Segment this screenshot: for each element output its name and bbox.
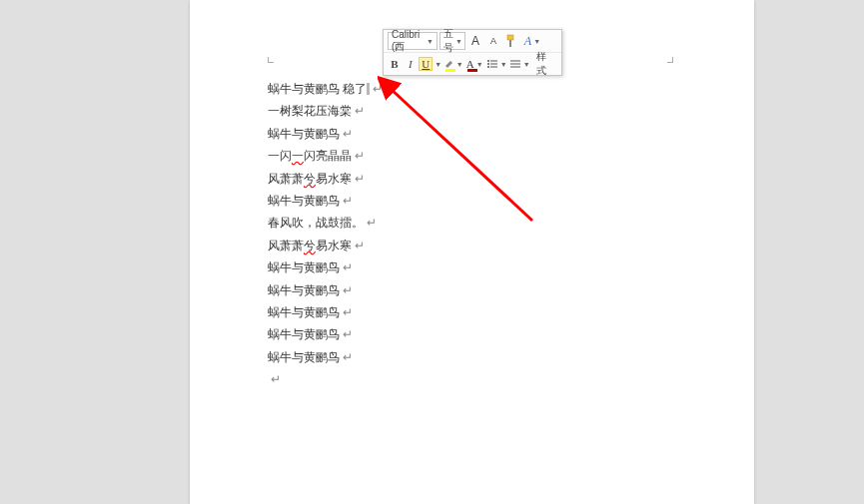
bold-icon: B — [391, 58, 398, 70]
paragraph-mark: ↵ — [355, 173, 365, 185]
font-name-combo[interactable]: Calibri (西 ▼ — [388, 32, 437, 50]
text-line[interactable]: 蜗牛与黄鹂鸟↵ — [268, 256, 383, 278]
chevron-down-icon: ▼ — [456, 61, 463, 68]
font-color-button[interactable]: A ▼ — [465, 55, 484, 73]
text-line[interactable]: 蜗牛与黄鹂鸟↵ — [268, 301, 383, 323]
line-text[interactable]: 蜗牛与黄鹂鸟 — [268, 195, 340, 207]
chevron-down-icon: ▼ — [427, 38, 433, 45]
paragraph-mark: ↵ — [343, 261, 353, 273]
shrink-font-icon: A — [490, 36, 496, 46]
text-line[interactable]: 一闪一闪亮晶晶↵ — [268, 145, 383, 167]
paragraph-mark: ↵ — [343, 351, 353, 363]
line-text[interactable]: 蜗牛与黄鹂鸟 — [268, 261, 340, 273]
paragraph-mark: ↵ — [355, 105, 365, 117]
spelling-error[interactable]: 兮 — [304, 240, 316, 252]
text-line[interactable]: 风萧萧兮易水寒↵ — [268, 235, 383, 256]
svg-rect-9 — [510, 64, 520, 65]
spelling-error[interactable]: 兮 — [304, 173, 316, 185]
font-size-combo[interactable]: 五号 ▼ — [439, 32, 465, 50]
bold-button[interactable]: B — [388, 55, 402, 73]
mini-formatting-toolbar: Calibri (西 ▼ 五号 ▼ A A A▼ B I — [383, 29, 562, 76]
font-name-value: Calibri (西 — [392, 29, 425, 54]
shrink-font-button[interactable]: A — [485, 32, 501, 50]
text-cursor-icon: I — [385, 81, 390, 97]
chevron-down-icon: ▼ — [500, 61, 507, 68]
text-line[interactable]: 风萧萧兮易水寒↵ — [268, 168, 383, 190]
svg-rect-7 — [490, 67, 497, 68]
paragraph-mark: ↵ — [343, 328, 353, 340]
left-margin-marker — [268, 57, 274, 63]
toolbar-row-bottom: B I U▼ ▼ A ▼ ▼ — [384, 52, 561, 75]
right-margin-marker — [667, 57, 673, 63]
paragraph-mark: ↵ — [343, 128, 353, 140]
format-painter-icon — [505, 34, 517, 48]
text-line[interactable]: 蜗牛与黄鹂鸟↵ — [268, 346, 383, 368]
paragraph-mark: ↵ — [373, 83, 383, 95]
text-line[interactable]: 蜗牛与黄鹂鸟↵ — [268, 123, 383, 145]
text-line[interactable]: 蜗牛与黄鹂鸟 稳了 ↵ — [268, 78, 383, 100]
svg-rect-3 — [490, 61, 497, 62]
chevron-down-icon: ▼ — [455, 38, 462, 45]
bullets-button[interactable]: ▼ — [486, 55, 507, 73]
underline-button[interactable]: U▼ — [420, 55, 441, 73]
format-painter-button[interactable] — [503, 32, 519, 50]
text-line[interactable]: 一树梨花压海棠↵ — [268, 100, 383, 122]
paragraph-mark: ↵ — [343, 306, 353, 318]
font-color-red-swatch — [467, 69, 477, 72]
spelling-error[interactable]: 一 — [292, 150, 304, 162]
line-text[interactable]: 风萧萧 — [268, 240, 304, 252]
numbering-button[interactable]: ▼ — [509, 55, 530, 73]
text-line[interactable]: 蜗牛与黄鹂鸟↵ — [268, 323, 383, 345]
paragraph-mark: ↵ — [343, 284, 353, 296]
grow-font-button[interactable]: A — [467, 32, 483, 50]
line-text[interactable]: 蜗牛与黄鹂鸟 — [268, 284, 340, 296]
svg-point-4 — [487, 63, 489, 65]
underline-icon: U — [419, 57, 432, 71]
text-line[interactable]: 春风吹，战鼓擂。↵ — [268, 212, 383, 234]
line-text[interactable]: 易水寒 — [316, 173, 352, 185]
text-line[interactable]: 蜗牛与黄鹂鸟↵ — [268, 279, 383, 301]
paragraph-mark: ↵ — [367, 217, 377, 229]
svg-rect-1 — [509, 40, 511, 47]
line-text[interactable]: 一闪 — [268, 150, 292, 162]
text-line[interactable]: 蜗牛与黄鹂鸟↵ — [268, 190, 383, 212]
grow-font-icon: A — [471, 34, 479, 48]
paragraph-mark: ↵ — [271, 373, 281, 385]
line-text[interactable]: 春风吹，战鼓擂。 — [268, 217, 364, 229]
svg-point-6 — [487, 66, 489, 68]
line-text[interactable]: 蜗牛与黄鹂鸟 — [268, 128, 340, 140]
document-body[interactable]: 蜗牛与黄鹂鸟 稳了 ↵ 一树梨花压海棠↵ 蜗牛与黄鹂鸟↵ 一闪一闪亮晶晶↵ 风萧… — [268, 78, 383, 391]
styles-button[interactable]: 样式 — [532, 55, 557, 73]
line-text[interactable]: 蜗牛与黄鹂鸟 — [268, 306, 340, 318]
paragraph-mark: ↵ — [355, 150, 365, 162]
svg-point-2 — [487, 60, 489, 62]
svg-rect-8 — [510, 61, 520, 62]
line-text[interactable]: 风萧萧 — [268, 173, 304, 185]
paragraph-mark: ↵ — [355, 240, 365, 252]
font-size-value: 五号 — [443, 27, 453, 55]
svg-rect-10 — [510, 67, 520, 68]
line-text[interactable]: 闪亮晶晶 — [304, 150, 352, 162]
numbering-icon — [509, 58, 521, 70]
line-text[interactable]: 蜗牛与黄鹂鸟 稳了 — [268, 83, 367, 95]
line-text[interactable]: 蜗牛与黄鹂鸟 — [268, 328, 340, 340]
line-text[interactable]: 易水寒 — [316, 240, 352, 252]
line-text[interactable]: 一树梨花压海棠 — [268, 105, 352, 117]
bullets-icon — [486, 58, 498, 70]
text-line[interactable]: ↵ — [268, 368, 383, 390]
italic-icon: I — [409, 58, 413, 70]
highlight-color-button[interactable]: ▼ — [443, 55, 463, 73]
chevron-down-icon: ▼ — [523, 61, 530, 68]
styles-label: 样式 — [536, 50, 553, 78]
chevron-down-icon: ▼ — [533, 38, 540, 45]
italic-button[interactable]: I — [404, 55, 418, 73]
svg-rect-5 — [490, 64, 497, 65]
toolbar-row-top: Calibri (西 ▼ 五号 ▼ A A A▼ — [384, 30, 561, 52]
selected-text[interactable] — [367, 83, 370, 95]
clear-formatting-button[interactable]: A▼ — [521, 32, 543, 50]
highlight-yellow-swatch — [445, 69, 455, 72]
svg-rect-0 — [507, 35, 513, 40]
chevron-down-icon: ▼ — [476, 61, 483, 68]
line-text[interactable]: 蜗牛与黄鹂鸟 — [268, 351, 340, 363]
chevron-down-icon: ▼ — [434, 61, 441, 68]
